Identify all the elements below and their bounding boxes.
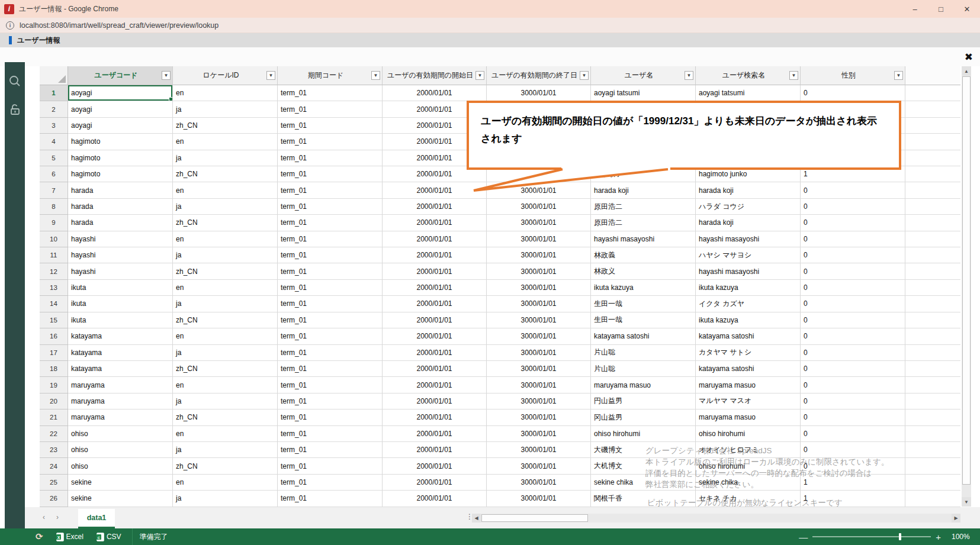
cell[interactable]: term_01 <box>278 475 383 491</box>
cell[interactable]: 1 <box>801 475 905 491</box>
prev-sheet-icon[interactable]: ‹ <box>43 513 45 521</box>
cell[interactable]: zh_CN <box>173 263 278 279</box>
cell[interactable]: 0 <box>801 296 905 312</box>
filter-dropdown-icon[interactable]: ▼ <box>475 71 484 80</box>
cell[interactable]: カタヤマ サトシ <box>696 345 801 361</box>
row-number[interactable]: 6 <box>40 166 68 182</box>
cell[interactable]: term_01 <box>278 394 383 409</box>
cell[interactable]: aoyagi <box>68 118 173 134</box>
cell[interactable]: ja <box>173 296 278 312</box>
column-header-3[interactable]: 期間コード▼ <box>278 66 383 85</box>
cell[interactable]: 3000/01/01 <box>487 345 591 361</box>
cell[interactable]: 2000/01/01 <box>383 442 487 458</box>
maximize-button[interactable]: □ <box>928 0 954 18</box>
vertical-scrollbar[interactable]: ▲ ▼ <box>962 66 971 507</box>
cell[interactable]: 2000/01/01 <box>383 345 487 361</box>
column-header-5[interactable]: ユーザの有効期間の終了日▼ <box>487 66 591 85</box>
row-number[interactable]: 17 <box>40 345 68 361</box>
cell[interactable]: term_01 <box>278 409 383 425</box>
cell[interactable]: harada <box>68 215 173 231</box>
cell[interactable]: ハラダ コウジ <box>696 199 801 215</box>
cell[interactable]: 2000/01/01 <box>383 328 487 344</box>
cell[interactable]: term_01 <box>278 377 383 393</box>
cell[interactable]: 0 <box>801 263 905 279</box>
cell[interactable]: term_01 <box>278 134 383 150</box>
cell[interactable]: 0 <box>801 426 905 442</box>
cell[interactable]: 原田浩二 <box>591 199 696 215</box>
next-sheet-icon[interactable]: › <box>56 513 59 521</box>
cell[interactable]: 大磯博文 <box>591 442 696 458</box>
cell[interactable]: ohiso <box>68 426 173 442</box>
cell[interactable]: 2000/01/01 <box>383 458 487 474</box>
panel-close-icon[interactable]: ✖ <box>965 51 973 63</box>
filter-dropdown-icon[interactable]: ▼ <box>371 71 380 80</box>
horizontal-scrollbar-thumb[interactable] <box>481 514 588 522</box>
row-number[interactable]: 14 <box>40 296 68 312</box>
cell[interactable]: term_01 <box>278 296 383 312</box>
cell[interactable]: 2000/01/01 <box>383 377 487 393</box>
cell[interactable]: hayashi masayoshi <box>591 231 696 247</box>
cell[interactable]: 0 <box>801 247 905 263</box>
cell[interactable]: 3000/01/01 <box>487 426 591 442</box>
cell[interactable]: 大机博文 <box>591 458 696 474</box>
cell[interactable]: ja <box>173 345 278 361</box>
row-number[interactable]: 25 <box>40 475 68 491</box>
cell[interactable]: ja <box>173 101 278 117</box>
cell[interactable]: 0 <box>801 377 905 393</box>
search-icon[interactable] <box>5 69 25 93</box>
cell[interactable]: en <box>173 134 278 150</box>
cell[interactable]: katayama <box>68 328 173 344</box>
zoom-in-button[interactable]: + <box>931 532 946 542</box>
cell[interactable]: aoyagi tatsumi <box>696 85 801 101</box>
cell[interactable]: 2000/01/01 <box>383 312 487 328</box>
column-header-2[interactable]: ロケールID▼ <box>173 66 278 85</box>
cell[interactable]: term_01 <box>278 442 383 458</box>
refresh-icon[interactable]: ⟳ <box>36 531 43 542</box>
row-number[interactable]: 22 <box>40 426 68 442</box>
cell[interactable]: zh_CN <box>173 215 278 231</box>
row-number[interactable]: 20 <box>40 394 68 409</box>
cell[interactable]: マルヤマ マスオ <box>696 394 801 409</box>
cell[interactable]: term_01 <box>278 312 383 328</box>
row-number[interactable]: 1 <box>40 85 68 101</box>
cell[interactable]: 0 <box>801 394 905 409</box>
cell[interactable]: term_01 <box>278 263 383 279</box>
cell[interactable]: ハヤシ マサヨシ <box>696 247 801 263</box>
cell[interactable]: 0 <box>801 361 905 377</box>
cell[interactable]: hayashi <box>68 247 173 263</box>
filter-dropdown-icon[interactable]: ▼ <box>266 71 275 80</box>
cell[interactable]: ohiso hirohumi <box>696 458 801 474</box>
cell[interactable]: 3000/01/01 <box>487 409 591 425</box>
cell[interactable]: ohiso <box>68 442 173 458</box>
cell[interactable]: 0 <box>801 328 905 344</box>
cell[interactable]: term_01 <box>278 426 383 442</box>
cell[interactable]: hayashi <box>68 263 173 279</box>
cell[interactable]: term_01 <box>278 247 383 263</box>
excel-export-button[interactable]: X Excel <box>56 533 83 541</box>
cell[interactable]: 3000/01/01 <box>487 361 591 377</box>
cell[interactable]: katayama <box>68 361 173 377</box>
cell[interactable]: aoyagi <box>68 101 173 117</box>
cell[interactable]: hayashi masayoshi <box>696 231 801 247</box>
cell[interactable]: 3000/01/01 <box>487 231 591 247</box>
cell[interactable]: 2000/01/01 <box>383 199 487 215</box>
cell[interactable]: en <box>173 328 278 344</box>
cell[interactable]: term_01 <box>278 150 383 166</box>
row-number[interactable]: 7 <box>40 182 68 198</box>
cell[interactable]: 3000/01/01 <box>487 263 591 279</box>
cell[interactable]: zh_CN <box>173 361 278 377</box>
cell[interactable]: ohiso hirohumi <box>696 426 801 442</box>
cell[interactable]: 2000/01/01 <box>383 280 487 296</box>
cell[interactable]: katayama satoshi <box>696 328 801 344</box>
cell[interactable]: 3000/01/01 <box>487 491 591 507</box>
cell[interactable]: オオイソ ヒロフミ <box>696 442 801 458</box>
csv-export-button[interactable]: C CSV <box>97 533 121 541</box>
cell[interactable]: term_01 <box>278 199 383 215</box>
zoom-out-button[interactable]: — <box>794 532 812 542</box>
row-number[interactable]: 13 <box>40 280 68 296</box>
cell[interactable]: セキネ チカ <box>696 491 801 507</box>
cell[interactable]: 1 <box>801 491 905 507</box>
row-number[interactable]: 23 <box>40 442 68 458</box>
cell[interactable]: 0 <box>801 280 905 296</box>
horizontal-scrollbar[interactable]: ◀ ▶ <box>472 514 960 523</box>
